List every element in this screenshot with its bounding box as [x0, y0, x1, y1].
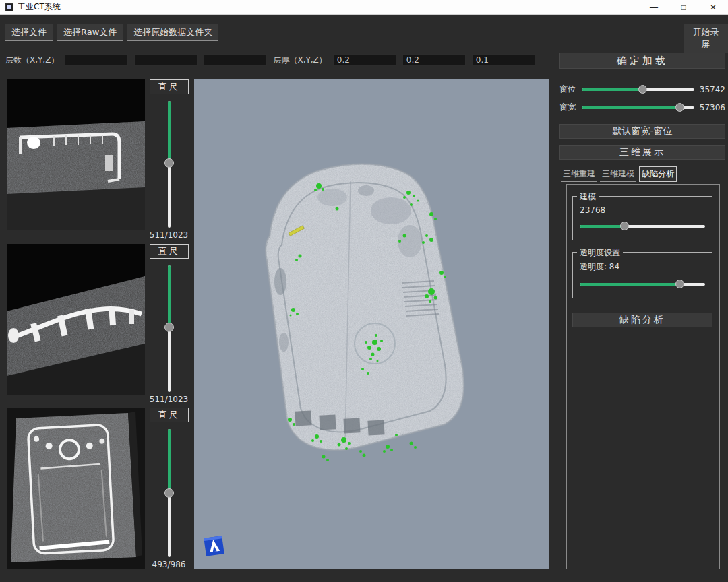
slider-handle[interactable] [638, 85, 647, 94]
slider-fill [580, 283, 680, 286]
ruler-button-3[interactable]: 直尺 [150, 408, 189, 422]
tab-3d-reconstruction[interactable]: 三维重建 [561, 167, 597, 182]
ct-slice-image-1[interactable] [7, 79, 145, 230]
slice-position-3: 493/986 [152, 560, 186, 569]
window-controls: — □ ✕ [639, 0, 728, 14]
slider-fill [580, 225, 625, 228]
window-level-slider[interactable] [582, 85, 694, 94]
slice-slider-3[interactable] [164, 429, 174, 557]
slice-panel-bottom: 直尺 493/986 [7, 408, 193, 569]
slider-fill [168, 101, 171, 163]
window-title: 工业CT系统 [18, 1, 61, 13]
slider-fill [168, 265, 171, 327]
slice-control-1: 直尺 511/1023 [145, 79, 193, 240]
confirm-load-button[interactable]: 确定加载 [559, 53, 725, 69]
show-3d-button[interactable]: 三维展示 [559, 145, 725, 160]
transparency-value-label: 透明度: 84 [580, 261, 705, 273]
slider-handle[interactable] [675, 280, 684, 288]
thickness-z-input[interactable] [472, 54, 535, 66]
ruler-button-1[interactable]: 直尺 [150, 79, 189, 94]
app-icon [5, 3, 13, 11]
transparency-group-title: 透明度设置 [577, 247, 623, 259]
slider-handle[interactable] [164, 323, 174, 332]
ct-slice-image-2[interactable] [7, 244, 145, 395]
slice-control-2: 直尺 511/1023 [145, 244, 193, 404]
slider-fill [168, 429, 171, 493]
slider-handle[interactable] [675, 103, 684, 112]
slice-slider-1[interactable] [164, 101, 174, 228]
window-width-row: 窗宽 57306 [559, 102, 725, 113]
layers-x-input[interactable] [65, 54, 128, 66]
slice-panel-top: 直尺 511/1023 [7, 79, 193, 240]
control-panel: 确定加载 窗位 35742 窗宽 57306 默认窗宽-窗位 三维展示 三维重建… [559, 53, 725, 569]
select-file-button[interactable]: 选择文件 [5, 24, 53, 41]
start-recording-button[interactable]: 开始录屏 [684, 24, 728, 53]
slider-handle[interactable] [620, 222, 629, 230]
modeling-threshold-slider[interactable] [580, 222, 705, 231]
select-raw-button[interactable]: 选择Raw文件 [57, 24, 123, 41]
slice-control-3: 直尺 493/986 [145, 408, 193, 569]
window-width-label: 窗宽 [559, 102, 578, 113]
layers-y-input[interactable] [134, 54, 198, 66]
slice-position-2: 511/1023 [150, 395, 189, 404]
modeling-threshold-value: 23768 [580, 205, 705, 215]
window-level-value: 35742 [698, 85, 725, 94]
modeling-group: 建模 23768 [572, 196, 712, 240]
thickness-y-input[interactable] [402, 54, 466, 66]
transparency-slider[interactable] [580, 280, 705, 289]
minimize-button[interactable]: — [639, 0, 669, 14]
viewport-3d[interactable] [194, 79, 549, 569]
slice-slider-2[interactable] [164, 265, 174, 392]
layers-z-input[interactable] [204, 54, 267, 66]
tab-3d-modeling[interactable]: 三维建模 [600, 167, 636, 182]
slider-fill [582, 106, 680, 109]
vendor-logo-icon [201, 533, 226, 558]
reconstruction-3d-render [194, 79, 549, 569]
slider-fill [582, 88, 643, 91]
ruler-button-2[interactable]: 直尺 [150, 244, 189, 259]
select-folder-button[interactable]: 选择原始数据文件夹 [127, 24, 218, 41]
slider-handle[interactable] [164, 488, 174, 498]
maximize-button[interactable]: □ [669, 0, 698, 14]
file-toolbar: 选择文件 选择Raw文件 选择原始数据文件夹 [5, 24, 218, 41]
parameter-row: 层数（X,Y,Z） 层厚（X,Y,Z） [5, 54, 554, 66]
default-window-button[interactable]: 默认窗宽-窗位 [559, 124, 725, 139]
run-defect-analysis-button[interactable]: 缺陷分析 [572, 313, 712, 327]
window-width-value: 57306 [698, 103, 725, 112]
slider-handle[interactable] [164, 158, 174, 168]
window-level-label: 窗位 [559, 84, 578, 95]
transparency-group: 透明度设置 透明度: 84 [572, 252, 712, 298]
window-level-row: 窗位 35742 [559, 84, 725, 95]
layers-label: 层数（X,Y,Z） [5, 55, 59, 66]
thickness-label: 层厚（X,Y,Z） [273, 55, 326, 66]
ct-slice-image-3[interactable] [7, 408, 145, 569]
slice-position-1: 511/1023 [150, 230, 189, 240]
analysis-tabs: 三维重建 三维建模 缺陷分析 [559, 168, 725, 182]
tab-defect-analysis[interactable]: 缺陷分析 [639, 166, 677, 182]
slice-panel-middle: 直尺 511/1023 [7, 244, 193, 404]
titlebar: 工业CT系统 — □ ✕ [0, 0, 728, 15]
defect-analysis-tab-panel: 建模 23768 透明度设置 透明度: 84 缺陷分析 [566, 184, 720, 569]
thickness-x-input[interactable] [333, 54, 396, 66]
window-width-slider[interactable] [582, 103, 694, 112]
modeling-group-title: 建模 [577, 191, 599, 203]
close-button[interactable]: ✕ [698, 0, 728, 14]
